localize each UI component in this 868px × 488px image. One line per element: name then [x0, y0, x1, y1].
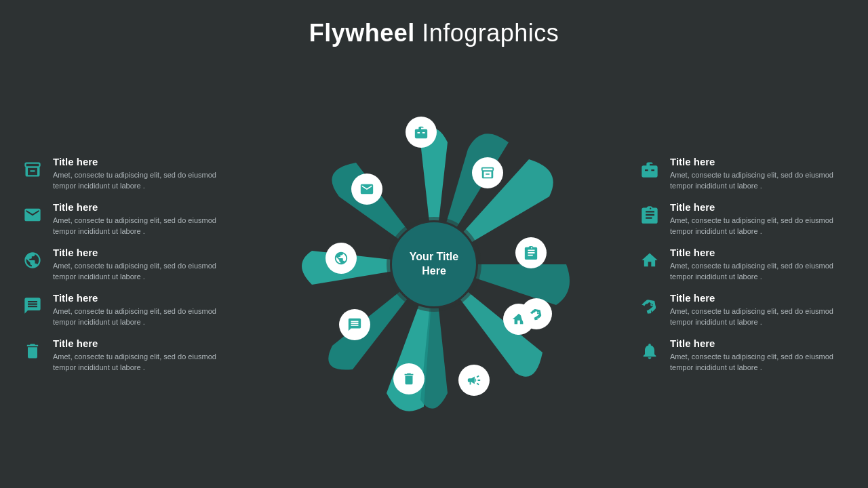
right-item-5: Title here Amet, consecte tu adipiscing … — [637, 338, 848, 373]
bell-icon — [637, 339, 662, 363]
right-item-4: Title here Amet, consecte tu adipiscing … — [637, 292, 848, 328]
wheel-icon-5 — [458, 365, 490, 396]
briefcase-icon — [637, 157, 662, 182]
left-item-5-text: Title here Amet, consecte tu adipiscing … — [53, 338, 231, 373]
left-item-3: Title here Amet, consecte tu adipiscing … — [20, 247, 231, 283]
wheel-icon-9 — [351, 174, 382, 205]
right-item-3-desc: Amet, consecte tu adipiscing elit, sed d… — [670, 260, 848, 283]
center-circle: Your TitleHere — [390, 220, 478, 308]
right-item-1: Title here Amet, consecte tu adipiscing … — [637, 156, 848, 192]
left-item-4: Title here Amet, consecte tu adipiscing … — [20, 292, 231, 328]
right-item-3: Title here Amet, consecte tu adipiscing … — [637, 247, 848, 283]
flywheel-diagram: Your TitleHere — [258, 88, 610, 441]
left-item-3-desc: Amet, consecte tu adipiscing elit, sed d… — [53, 260, 231, 283]
right-item-3-title: Title here — [670, 247, 848, 258]
left-item-4-desc: Amet, consecte tu adipiscing elit, sed d… — [53, 306, 231, 328]
left-item-5-title: Title here — [53, 338, 231, 349]
left-item-1-text: Title here Amet, consecte tu adipiscing … — [53, 156, 231, 192]
left-item-1-desc: Amet, consecte tu adipiscing elit, sed d… — [53, 169, 231, 192]
right-item-2-desc: Amet, consecte tu adipiscing elit, sed d… — [670, 215, 848, 237]
left-item-3-text: Title here Amet, consecte tu adipiscing … — [53, 247, 231, 283]
right-item-5-title: Title here — [670, 338, 848, 349]
home-icon — [637, 248, 662, 272]
center-title: Your TitleHere — [410, 250, 458, 279]
rocket-icon — [637, 293, 662, 318]
right-item-2: Title here Amet, consecte tu adipiscing … — [637, 201, 848, 237]
wheel-icon-3 — [515, 237, 547, 268]
right-item-5-text: Title here Amet, consecte tu adipiscing … — [670, 338, 848, 373]
wheel-icon-10 — [521, 298, 552, 329]
left-item-5-desc: Amet, consecte tu adipiscing elit, sed d… — [53, 351, 231, 373]
left-item-5: Title here Amet, consecte tu adipiscing … — [20, 338, 231, 373]
right-item-1-title: Title here — [670, 156, 848, 167]
archive-icon — [20, 157, 45, 182]
right-item-1-desc: Amet, consecte tu adipiscing elit, sed d… — [670, 169, 848, 192]
wheel-icon-7 — [339, 309, 370, 340]
left-item-4-text: Title here Amet, consecte tu adipiscing … — [53, 292, 231, 328]
left-item-2-text: Title here Amet, consecte tu adipiscing … — [53, 201, 231, 237]
right-item-2-title: Title here — [670, 201, 848, 213]
wheel-icon-1 — [406, 117, 437, 148]
left-item-3-title: Title here — [53, 247, 231, 258]
right-column: Title here Amet, consecte tu adipiscing … — [637, 156, 848, 373]
right-item-1-text: Title here Amet, consecte tu adipiscing … — [670, 156, 848, 192]
right-item-4-desc: Amet, consecte tu adipiscing elit, sed d… — [670, 306, 848, 328]
wheel-icon-6 — [393, 363, 425, 394]
right-item-3-text: Title here Amet, consecte tu adipiscing … — [670, 247, 848, 283]
chat-icon — [20, 293, 45, 318]
left-item-2-title: Title here — [53, 201, 231, 213]
left-item-4-title: Title here — [53, 292, 231, 304]
clipboard-icon — [637, 203, 662, 227]
right-item-2-text: Title here Amet, consecte tu adipiscing … — [670, 201, 848, 237]
left-item-1: Title here Amet, consecte tu adipiscing … — [20, 156, 231, 192]
wheel-icon-2 — [472, 157, 503, 188]
right-item-4-title: Title here — [670, 292, 848, 304]
mail-icon — [20, 203, 45, 227]
left-item-2-desc: Amet, consecte tu adipiscing elit, sed d… — [53, 215, 231, 237]
page-title: Flywheel Infographics — [0, 0, 868, 47]
trash-icon — [20, 339, 45, 363]
left-column: Title here Amet, consecte tu adipiscing … — [20, 156, 231, 373]
main-content: Title here Amet, consecte tu adipiscing … — [0, 47, 868, 481]
left-item-2: Title here Amet, consecte tu adipiscing … — [20, 201, 231, 237]
wheel-icon-8 — [326, 243, 357, 274]
right-item-4-text: Title here Amet, consecte tu adipiscing … — [670, 292, 848, 328]
globe-icon — [20, 248, 45, 272]
right-item-5-desc: Amet, consecte tu adipiscing elit, sed d… — [670, 351, 848, 373]
left-item-1-title: Title here — [53, 156, 231, 167]
